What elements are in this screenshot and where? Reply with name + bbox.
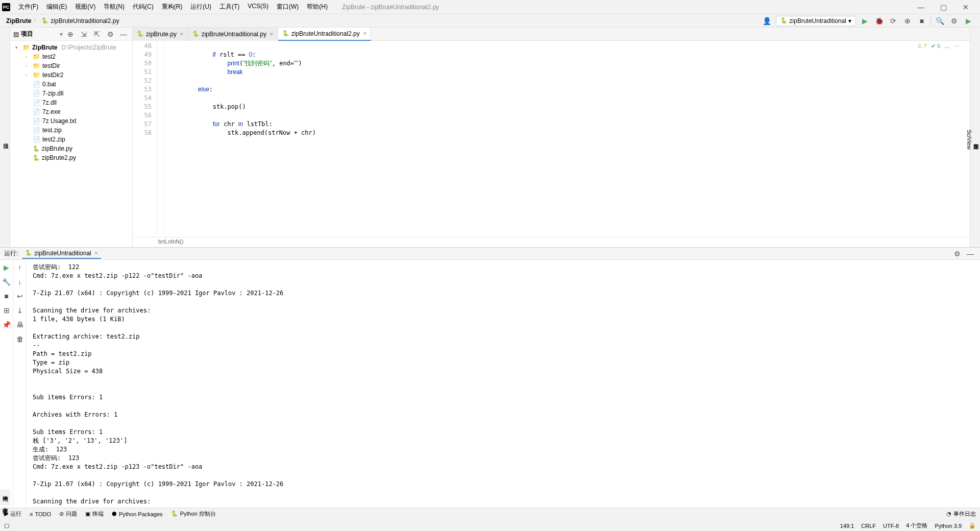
menu-item[interactable]: 视图(V) (71, 1, 100, 13)
search-button[interactable]: 🔍 (934, 15, 945, 27)
run-tab[interactable]: 🐍 zipBruteUntraditional × (22, 248, 101, 259)
project-panel-header: ▤ 项目 ▾ ⊕ ⇲ ⇱ ⚙ — (10, 28, 132, 41)
tree-item[interactable]: 📄7z.dll (10, 98, 132, 107)
status-icon[interactable]: ▢ (4, 522, 9, 529)
execute-button[interactable]: ▶ (963, 15, 974, 27)
project-tree[interactable]: ▾📁ZipBruteD:\Projects\ZipBrute›📁test2›📁t… (10, 41, 132, 164)
stop-icon[interactable]: ■ (1, 291, 12, 302)
code-area[interactable]: if rslt == 0: print("找到密码", end="") brea… (164, 41, 970, 237)
menu-item[interactable]: 运行(U) (186, 1, 215, 13)
editor-tab[interactable]: 🐍zipBruteUntraditional.py× (188, 28, 278, 41)
menu-item[interactable]: 代码(C) (129, 1, 158, 13)
line-separator[interactable]: CRLF (861, 523, 876, 529)
tree-item[interactable]: 📄7-zip.dll (10, 89, 132, 98)
tree-item[interactable]: ›📁testDir (10, 61, 132, 70)
run-configuration-selector[interactable]: 🐍 zipBruteUntraditional ▾ (776, 16, 856, 26)
wrench-icon[interactable]: 🔧 (1, 276, 12, 287)
soft-wrap-icon[interactable]: ↩ (14, 291, 26, 302)
packages-tool-button[interactable]: ⬢ Python Packages (112, 511, 163, 517)
gear-icon[interactable]: ⚙ (105, 29, 116, 40)
run-label: 运行: (4, 249, 18, 258)
gear-icon[interactable]: ⚙ (951, 248, 963, 259)
lock-icon[interactable]: 🔒 (969, 522, 976, 529)
todo-tool-button[interactable]: ≡ TODO (30, 511, 51, 517)
favorites-tab[interactable]: ★ 收藏夹 (1, 495, 9, 503)
tree-item[interactable]: 📄7z.exe (10, 107, 132, 116)
coverage-button[interactable]: ⟳ (888, 15, 899, 27)
tree-item[interactable]: 📄0.bat (10, 80, 132, 89)
locate-icon[interactable]: ⊕ (65, 29, 76, 40)
event-log-button[interactable]: ◔ 事件日志 (946, 510, 976, 518)
python-console-tool-button[interactable]: 🐍 Python 控制台 (171, 510, 216, 518)
tree-item[interactable]: ›📁testDir2 (10, 70, 132, 80)
tree-item[interactable]: 📄test2.zip (10, 135, 132, 144)
tree-item[interactable]: 📄7z Usage.txt (10, 116, 132, 126)
expand-all-icon[interactable]: ⇱ (91, 29, 103, 40)
line-number-gutter: 4849505152535455565758 (133, 41, 157, 237)
breadcrumb-file[interactable]: 🐍 zipBruteUntraditional2.py (41, 17, 119, 25)
breadcrumb-project[interactable]: ZipBrute (6, 17, 31, 25)
inspections-widget[interactable]: ⚠ 7 ✔ 5 ︿ ﹀ (917, 43, 960, 51)
trash-icon[interactable]: 🗑 (14, 333, 26, 345)
close-icon[interactable]: × (270, 30, 274, 38)
collapse-all-icon[interactable]: ⇲ (78, 29, 89, 40)
run-tool-button[interactable]: ▶ 运行 (4, 510, 21, 518)
status-bar: ▢ 149:1 CRLF UTF-8 4 个空格 Python 3.9 🔒 (0, 520, 980, 531)
menu-item[interactable]: 导航(N) (100, 1, 129, 13)
editor[interactable]: 4849505152535455565758 if rslt == 0: pri… (133, 41, 970, 237)
menu-item[interactable]: 文件(F) (14, 1, 42, 13)
close-icon[interactable]: × (363, 30, 367, 37)
python-icon: 🐍 (25, 250, 32, 257)
debug-button[interactable]: 🐞 (873, 15, 885, 27)
close-icon[interactable]: × (180, 30, 184, 38)
tree-item[interactable]: ›📁test2 (10, 52, 132, 61)
tree-item[interactable]: 🐍zipBrute2.py (10, 153, 132, 162)
file-encoding[interactable]: UTF-8 (883, 523, 899, 529)
up-icon[interactable]: ↑ (14, 262, 26, 273)
chevron-down-icon[interactable]: ▾ (60, 31, 63, 38)
add-user-icon[interactable]: 👤 (762, 15, 773, 27)
scroll-end-icon[interactable]: ⤓ (14, 305, 26, 316)
menu-item[interactable]: 编辑(E) (42, 1, 71, 13)
pin-icon[interactable]: 📌 (1, 319, 12, 330)
menu-item[interactable]: 帮助(H) (303, 1, 332, 13)
rerun-icon[interactable]: ▶ (1, 262, 12, 273)
menu-item[interactable]: 重构(R) (158, 1, 187, 13)
close-button[interactable]: ✕ (958, 2, 974, 12)
stop-button[interactable]: ■ (916, 15, 927, 27)
tree-item[interactable]: 📄test.zip (10, 126, 132, 135)
caret-position[interactable]: 149:1 (840, 523, 854, 529)
settings-button[interactable]: ⚙ (948, 15, 960, 27)
panel-view-icon[interactable]: ▤ (13, 31, 19, 38)
warning-count[interactable]: ⚠ 7 (917, 43, 927, 51)
menu-item[interactable]: 窗口(W) (273, 1, 303, 13)
problems-tool-button[interactable]: ⊘ 问题 (59, 510, 77, 518)
console-output[interactable]: 尝试密码: 122 Cmd: 7z.exe x test2.zip -p122 … (27, 260, 980, 508)
menu-item[interactable]: VCS(S) (243, 1, 273, 13)
left-tool-strip[interactable]: 项目 (0, 28, 10, 247)
chevron-up-icon[interactable]: ︿ (944, 43, 950, 51)
close-icon[interactable]: × (94, 249, 99, 257)
profile-button[interactable]: ⊕ (902, 15, 913, 27)
minimize-button[interactable]: — (913, 2, 929, 12)
chevron-down-icon[interactable]: ﹀ (954, 43, 960, 51)
layout-icon[interactable]: ⊞ (1, 305, 12, 316)
right-tool-strip[interactable]: 数据库 SciView (970, 28, 980, 247)
editor-tab[interactable]: 🐍zipBrute.py× (133, 28, 188, 41)
hide-panel-icon[interactable]: — (118, 29, 129, 40)
hide-panel-icon[interactable]: — (965, 248, 976, 259)
ok-count[interactable]: ✔ 5 (931, 43, 940, 51)
indent-settings[interactable]: 4 个空格 (906, 522, 927, 529)
python-interpreter[interactable]: Python 3.9 (935, 523, 962, 529)
editor-tab[interactable]: 🐍zipBruteUntraditional2.py× (278, 28, 372, 41)
print-icon[interactable]: 🖶 (14, 319, 26, 330)
terminal-tool-button[interactable]: ▣ 终端 (85, 510, 104, 518)
down-icon[interactable]: ↓ (14, 276, 26, 287)
maximize-button[interactable]: ▢ (935, 2, 951, 12)
run-button[interactable]: ▶ (859, 15, 870, 27)
navigation-bar: ZipBrute 〉 🐍 zipBruteUntraditional2.py 👤… (0, 14, 980, 28)
tree-item[interactable]: 🐍zipBrute.py (10, 144, 132, 153)
menu-item[interactable]: 工具(T) (215, 1, 243, 13)
tree-item[interactable]: ▾📁ZipBruteD:\Projects\ZipBrute (10, 43, 132, 52)
python-icon: 🐍 (780, 17, 788, 25)
